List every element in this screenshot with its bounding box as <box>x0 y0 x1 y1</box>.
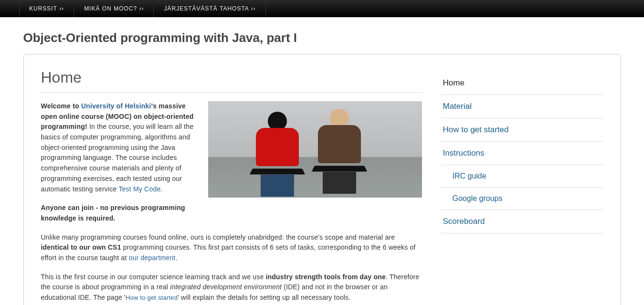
content-frame: Home Welcome to University of Helsinki's… <box>23 54 621 305</box>
topbar-link-jarjestavasta[interactable]: JÄRJESTÄVÄSTÄ TAHOSTA ›› <box>154 0 265 17</box>
sidebar-item-instructions[interactable]: Instructions <box>441 142 603 165</box>
how-to-get-started-link[interactable]: How to get started <box>126 294 178 301</box>
sidebar-item-scoreboard[interactable]: Scoreboard <box>441 210 603 233</box>
topbar-link-kurssit[interactable]: KURSSIT ›› <box>19 0 74 17</box>
topbar: KURSSIT ›› MIKÄ ON MOOC? ›› JÄRJESTÄVÄST… <box>0 0 644 17</box>
main-column: Home Welcome to University of Helsinki's… <box>41 69 422 305</box>
page-title: Object-Oriented programming with Java, p… <box>23 31 621 45</box>
tools-paragraph: This is the first course in our computer… <box>41 272 422 303</box>
test-my-code-link[interactable]: Test My Code <box>118 185 160 193</box>
sidebar-item-material[interactable]: Material <box>441 95 603 118</box>
heading-rule <box>41 92 422 93</box>
sidebar-item-irc-guide[interactable]: IRC guide <box>441 165 603 188</box>
main-heading: Home <box>41 69 422 86</box>
hero-image <box>208 101 422 198</box>
sidebar: Home Material How to get started Instruc… <box>441 69 603 305</box>
sidebar-item-home[interactable]: Home <box>441 72 603 95</box>
sidebar-item-google-groups[interactable]: Google groups <box>441 188 603 210</box>
department-link[interactable]: our department <box>129 254 176 262</box>
anyone-paragraph: Anyone can join - no previous programmin… <box>41 203 422 223</box>
topbar-link-mika-on-mooc[interactable]: MIKÄ ON MOOC? ›› <box>74 0 154 17</box>
sidebar-item-how-to-get-started[interactable]: How to get started <box>441 118 603 142</box>
university-link[interactable]: University of Helsinki <box>81 102 151 110</box>
unabridged-paragraph: Unlike many programming courses found on… <box>41 232 422 263</box>
